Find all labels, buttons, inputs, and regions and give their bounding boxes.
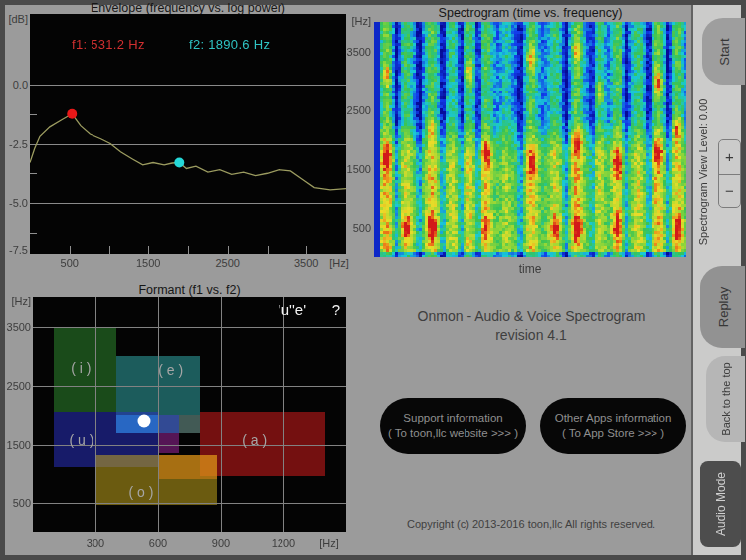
axis-tick-label: 0.0 (2, 79, 28, 91)
axis-tick-label: -2.5 (2, 138, 28, 150)
other-apps-button[interactable]: Other Apps information ( To App Store >>… (540, 398, 686, 454)
view-level-label-box: Spectrogram View Level: 0.00 (692, 92, 714, 253)
view-level-label: Spectrogram View Level: 0.00 (697, 99, 709, 246)
copyright-text: Copyright (c) 2013-2016 toon,llc All rig… (376, 518, 686, 530)
back-to-top-label: Back to the top (720, 362, 732, 435)
formant-point (137, 415, 150, 428)
formant-region-label: ( e ) (158, 362, 183, 378)
start-button[interactable]: Start (702, 18, 745, 85)
axis-tick-label: 1500 (5, 439, 31, 451)
support-info-button[interactable]: Support information ( To toon,llc websit… (380, 398, 526, 454)
app-title-line2: revision 4.1 (376, 327, 686, 343)
formant-region-label: ( u ) (69, 432, 93, 448)
axis-tick-label: 3500 (288, 257, 324, 269)
axis-tick-label: 3500 (341, 46, 371, 58)
formant-gridline (283, 297, 284, 532)
axis-tick-label: 500 (52, 257, 88, 269)
envelope-x-unit: [Hz] (324, 257, 354, 269)
envelope-title: Envelope (frequency vs. log power) (30, 1, 346, 15)
support-info-line2: ( To toon,llc website >>> ) (380, 426, 526, 441)
spectrogram-x-label: time (374, 262, 686, 276)
start-button-label: Start (716, 38, 731, 65)
axis-tick-label: 2500 (210, 257, 246, 269)
formant-region-label: ( a ) (242, 432, 267, 448)
formant-region-label: ( i ) (71, 360, 91, 376)
replay-button-label: Replay (715, 286, 730, 326)
f1-readout: f1: 531.2 Hz (72, 37, 145, 52)
formant-region-cell-gray (179, 415, 200, 433)
other-apps-line1: Other Apps information (540, 411, 686, 426)
minus-icon: − (725, 182, 734, 199)
axis-tick-label: 3500 (5, 321, 31, 333)
formant-region-cell-dim (158, 415, 179, 433)
axis-tick-label: -5.0 (2, 197, 28, 209)
axis-tick-label: -7.5 (2, 244, 28, 256)
formant-title: Formant (f1 vs. f2) (33, 283, 346, 297)
app-window: Envelope (frequency vs. log power) [dB] … (0, 0, 746, 560)
level-minus-button[interactable]: − (719, 174, 740, 208)
formant-gridline (158, 297, 159, 532)
axis-tick-label: 2500 (341, 104, 371, 116)
plus-icon: + (725, 148, 734, 165)
spectrogram-title: Spectrogram (time vs. frequency) (374, 6, 686, 20)
axis-tick-label: 600 (140, 537, 176, 549)
formant-y-unit: [Hz] (5, 295, 31, 307)
formant-region-label: ( o ) (129, 484, 154, 500)
axis-tick-label: 1200 (266, 537, 301, 549)
spectrogram-y-unit: [Hz] (341, 15, 371, 27)
formant-x-unit: [Hz] (314, 537, 344, 549)
axis-tick-label: 300 (78, 537, 113, 549)
formant-gridline (95, 297, 96, 532)
axis-tick-label: 2500 (5, 380, 31, 392)
formant-plot: 'u''e' ? ( i )( e )( u )( a )( o ) (33, 297, 346, 532)
view-level-stepper: + − (718, 139, 741, 208)
formant-region-overlap-purple (158, 433, 179, 454)
app-title-line1: Onmon - Audio & Voice Spectrogram (376, 308, 686, 324)
audio-mode-button[interactable]: Audio Mode (700, 461, 741, 547)
f2-readout: f2: 1890.6 Hz (189, 37, 270, 52)
envelope-plot: f1: 531.2 Hz f2: 1890.6 Hz (30, 14, 346, 254)
formant-region-overlap-orange (158, 455, 217, 479)
formant-gridline (33, 327, 346, 328)
axis-tick-label: 500 (341, 222, 371, 234)
formant-gridline (33, 386, 346, 387)
back-to-top-button[interactable]: Back to the top (706, 356, 745, 442)
axis-tick-label: 1500 (341, 163, 371, 175)
axis-tick-label: 900 (203, 537, 239, 549)
audio-mode-label: Audio Mode (714, 471, 728, 535)
axis-tick-label: 500 (5, 497, 31, 509)
other-apps-line2: ( To App Store >>> ) (540, 426, 686, 441)
spectrogram-canvas (374, 22, 686, 257)
spectrogram-plot (374, 22, 686, 257)
replay-button[interactable]: Replay (700, 266, 745, 348)
envelope-y-unit: [dB] (2, 13, 28, 25)
detected-vowels-label: 'u''e' (279, 301, 306, 318)
axis-tick-label: 1500 (130, 257, 166, 269)
formant-gridline (33, 503, 346, 504)
support-info-line1: Support information (380, 411, 526, 426)
level-plus-button[interactable]: + (719, 140, 740, 174)
unknown-vowel-mark: ? (332, 301, 340, 318)
formant-gridline (221, 297, 222, 532)
